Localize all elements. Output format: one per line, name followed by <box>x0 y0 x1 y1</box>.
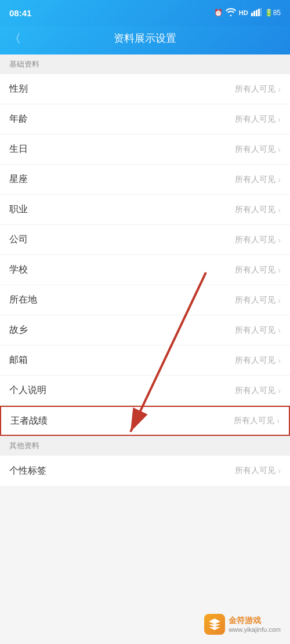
item-right-company: 所有人可见 › <box>235 235 281 245</box>
list-item-tags[interactable]: 个性标签 所有人可见 › <box>0 456 290 486</box>
item-right-birthday: 所有人可见 › <box>235 144 281 155</box>
svg-rect-3 <box>258 9 260 16</box>
watermark-url: www.yikajinfu.com <box>229 626 281 633</box>
chevron-icon-game-score: › <box>277 416 280 425</box>
watermark-icon <box>204 614 225 635</box>
list-item-gender[interactable]: 性别 所有人可见 › <box>0 74 290 104</box>
watermark-name: 金符游戏 <box>229 616 281 626</box>
svg-rect-0 <box>251 13 253 16</box>
item-right-bio: 所有人可见 › <box>235 385 281 396</box>
svg-rect-2 <box>256 10 258 16</box>
svg-rect-1 <box>253 11 255 16</box>
list-item-bio[interactable]: 个人说明 所有人可见 › <box>0 376 290 406</box>
item-value-tags: 所有人可见 <box>235 465 276 476</box>
chevron-icon-constellation: › <box>278 175 281 184</box>
network-icon: HD <box>239 9 248 16</box>
item-label-company: 公司 <box>9 234 28 246</box>
item-value-email: 所有人可见 <box>235 355 276 366</box>
alarm-icon: ⏰ <box>214 9 223 17</box>
main-content: 基础资料 性别 所有人可见 › 年龄 所有人可见 › 生日 所有人可见 › 星座… <box>0 54 290 486</box>
chevron-icon-gender: › <box>278 85 281 94</box>
item-value-game-score: 所有人可见 <box>234 416 274 426</box>
item-value-constellation: 所有人可见 <box>235 174 276 185</box>
chevron-icon-bio: › <box>278 386 281 395</box>
item-label-school: 学校 <box>9 264 28 276</box>
watermark: 金符游戏 www.yikajinfu.com <box>204 614 281 635</box>
list-item-company[interactable]: 公司 所有人可见 › <box>0 225 290 255</box>
chevron-icon-school: › <box>278 265 281 275</box>
list-item-age[interactable]: 年龄 所有人可见 › <box>0 104 290 134</box>
status-bar: 08:41 ⏰ HD 🔋85 <box>0 0 290 26</box>
chevron-icon-company: › <box>278 235 281 245</box>
chevron-icon-age: › <box>278 115 281 124</box>
chevron-icon-location: › <box>278 296 281 305</box>
chevron-icon-birthday: › <box>278 145 281 154</box>
status-time: 08:41 <box>9 8 31 18</box>
list-item-occupation[interactable]: 职业 所有人可见 › <box>0 195 290 225</box>
back-button[interactable]: 〈 <box>9 31 21 46</box>
item-right-occupation: 所有人可见 › <box>235 205 281 215</box>
item-value-company: 所有人可见 <box>235 235 276 245</box>
svg-rect-4 <box>260 8 262 16</box>
header: 〈 资料展示设置 <box>0 26 290 54</box>
item-value-birthday: 所有人可见 <box>235 144 276 155</box>
list-item-school[interactable]: 学校 所有人可见 › <box>0 255 290 285</box>
item-value-hometown: 所有人可见 <box>235 325 276 336</box>
item-right-constellation: 所有人可见 › <box>235 174 281 185</box>
section-header-other: 其他资料 <box>0 436 290 456</box>
item-label-birthday: 生日 <box>9 143 28 155</box>
section-header-basic: 基础资料 <box>0 54 290 74</box>
battery-icon: 🔋85 <box>264 9 281 17</box>
item-label-age: 年龄 <box>9 113 28 125</box>
item-right-tags: 所有人可见 › <box>235 465 281 476</box>
list-item-game-score[interactable]: 王者战绩 所有人可见 › <box>0 406 290 436</box>
page-title: 资料展示设置 <box>114 31 176 45</box>
item-right-gender: 所有人可见 › <box>235 84 281 94</box>
item-value-occupation: 所有人可见 <box>235 205 276 215</box>
list-item-hometown[interactable]: 故乡 所有人可见 › <box>0 315 290 345</box>
signal-icon <box>251 8 262 18</box>
watermark-info: 金符游戏 www.yikajinfu.com <box>229 616 281 633</box>
chevron-icon-hometown: › <box>278 326 281 335</box>
item-right-age: 所有人可见 › <box>235 114 281 125</box>
item-right-game-score: 所有人可见 › <box>234 416 280 426</box>
chevron-icon-email: › <box>278 356 281 365</box>
item-value-gender: 所有人可见 <box>235 84 276 94</box>
item-right-email: 所有人可见 › <box>235 355 281 366</box>
chevron-icon-tags: › <box>278 466 281 475</box>
list-item-email[interactable]: 邮箱 所有人可见 › <box>0 345 290 376</box>
item-right-hometown: 所有人可见 › <box>235 325 281 336</box>
item-value-bio: 所有人可见 <box>235 385 276 396</box>
item-value-age: 所有人可见 <box>235 114 276 125</box>
list-item-constellation[interactable]: 星座 所有人可见 › <box>0 165 290 195</box>
item-label-location: 所在地 <box>9 294 37 306</box>
item-label-occupation: 职业 <box>9 203 28 216</box>
wifi-icon <box>226 8 236 18</box>
item-label-bio: 个人说明 <box>9 384 46 396</box>
item-label-gender: 性别 <box>9 83 28 95</box>
chevron-icon-occupation: › <box>278 205 281 214</box>
item-label-tags: 个性标签 <box>9 465 46 477</box>
status-icons: ⏰ HD 🔋85 <box>214 8 281 18</box>
item-label-constellation: 星座 <box>9 173 28 185</box>
item-label-email: 邮箱 <box>9 354 28 366</box>
item-label-hometown: 故乡 <box>9 324 28 336</box>
item-value-school: 所有人可见 <box>235 265 276 275</box>
list-item-birthday[interactable]: 生日 所有人可见 › <box>0 134 290 165</box>
list-item-location[interactable]: 所在地 所有人可见 › <box>0 285 290 315</box>
item-label-game-score: 王者战绩 <box>10 415 48 427</box>
item-value-location: 所有人可见 <box>235 295 276 305</box>
item-right-location: 所有人可见 › <box>235 295 281 305</box>
item-right-school: 所有人可见 › <box>235 265 281 275</box>
